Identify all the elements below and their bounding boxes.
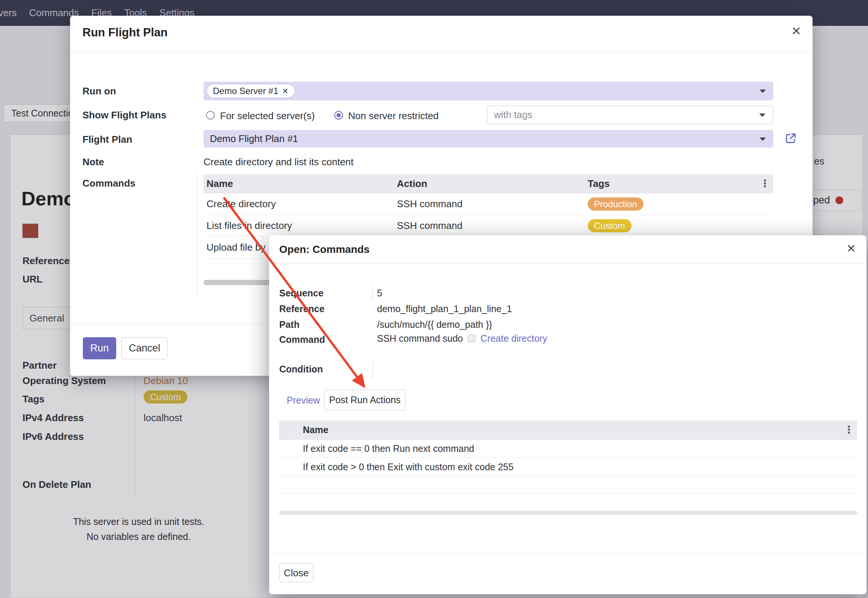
tab-post-run-actions[interactable]: Post Run Actions [324,390,406,410]
commands-table-header: Name Action Tags ⋮ [204,174,773,193]
reference-value: demo_flight_plan_1_plan_line_1 [377,303,512,314]
table-row[interactable]: List files in directory SSH command Cust… [204,215,773,237]
header-divider [70,52,813,52]
path-value: /such/much/{{ demo_path }} [377,319,492,330]
close-icon[interactable]: ✕ [791,25,801,37]
label-column-divider [196,173,197,299]
field-divider [373,362,373,379]
show-flight-plans-label: Show Flight Plans [82,109,166,121]
row-name: List files in directory [204,220,397,232]
command-value: SSH command sudo [377,333,463,344]
action-row-name: If exit code == 0 then Run next command [303,443,841,454]
condition-label: Condition [279,364,323,375]
close-icon[interactable]: ✕ [846,243,856,254]
screen: Servers Commands Files Tools Settings Te… [0,0,868,598]
row-action: SSH command [397,220,588,232]
tag-badge-production[interactable]: Production [588,197,644,211]
chevron-down-icon [760,138,766,141]
tag-badge-custom[interactable]: Custom [588,219,632,232]
run-on-label: Run on [82,85,116,97]
header-divider [269,263,867,264]
sequence-label: Sequence [279,288,323,299]
open-modal-title: Open: Commands [279,244,370,256]
run-on-select[interactable]: Demo Server #1 ✕ [204,82,773,100]
path-label: Path [279,319,299,330]
col-header-name[interactable]: Name [303,425,841,435]
actions-table-header: Name ⋮ [279,420,857,440]
with-tags-placeholder: with tags [494,109,533,121]
create-directory-checkbox[interactable] [468,335,476,342]
table-row[interactable]: If exit code > 0 then Exit with custom e… [279,458,857,476]
actions-table: Name ⋮ If exit code == 0 then Run next c… [279,420,857,494]
radio-non-restricted[interactable] [334,111,343,120]
commands-label: Commands [82,178,136,189]
table-row[interactable]: If exit code == 0 then Run next command [279,440,857,458]
command-label: Command [279,334,325,345]
create-directory-link[interactable]: Create directory [480,333,547,344]
radio-non-restricted-label[interactable]: Non server restricted [348,110,438,122]
tab-post-run-actions-label: Post Run Actions [329,395,400,405]
note-value: Create directory and list its content [204,156,353,168]
chip-remove-icon[interactable]: ✕ [282,87,289,96]
column-options-icon[interactable]: ⋮ [841,424,857,436]
server-chip[interactable]: Demo Server #1 ✕ [207,84,295,98]
command-row: SSH command sudo Create directory [377,332,547,345]
radio-selected-servers[interactable] [206,111,215,120]
chevron-down-icon [760,90,766,93]
server-chip-label: Demo Server #1 [213,86,278,96]
field-divider [373,286,373,299]
chevron-down-icon [759,114,765,117]
column-options-icon[interactable]: ⋮ [757,178,773,190]
radio-selected-servers-label[interactable]: For selected server(s) [220,110,315,122]
col-header-name[interactable]: Name [204,178,397,190]
reference-label: Reference [279,303,325,314]
run-modal-title: Run Flight Plan [82,26,168,39]
footer-divider [269,553,867,553]
note-label: Note [82,156,104,168]
cancel-button[interactable]: Cancel [121,337,168,359]
row-name: Create directory [204,198,397,210]
horizontal-scrollbar[interactable] [279,511,857,515]
action-row-name: If exit code > 0 then Exit with custom e… [303,462,841,472]
sequence-value: 5 [377,288,382,299]
open-commands-modal: Open: Commands ✕ Sequence Reference Path… [269,235,867,594]
flight-plan-select[interactable]: Demo Flight Plan #1 [204,130,773,148]
row-action: SSH command [397,198,588,210]
col-header-action[interactable]: Action [397,178,588,190]
with-tags-select[interactable]: with tags [487,106,773,124]
external-link-icon[interactable] [784,132,797,145]
table-row-empty[interactable] [279,476,857,494]
flight-plan-label: Flight Plan [82,134,132,145]
table-row[interactable]: Create directory SSH command Production [204,193,773,215]
close-button[interactable]: Close [279,564,313,582]
tab-preview[interactable]: Preview [287,395,320,406]
run-button[interactable]: Run [83,337,116,359]
flight-plan-value: Demo Flight Plan #1 [210,133,298,145]
col-header-tags[interactable]: Tags [588,178,757,190]
